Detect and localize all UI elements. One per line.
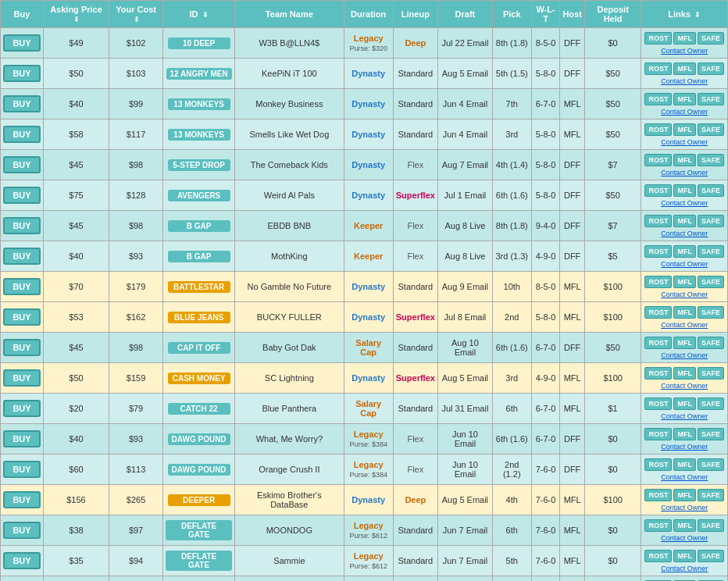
contact-owner-link[interactable]: Contact Owner xyxy=(661,382,708,390)
mfl-button[interactable]: MFL xyxy=(673,519,696,532)
contact-owner-link[interactable]: Contact Owner xyxy=(661,260,708,268)
rost-button[interactable]: ROST xyxy=(644,215,672,227)
buy-button[interactable]: BUY xyxy=(3,400,41,417)
buy-button[interactable]: BUY xyxy=(3,369,41,387)
buy-button[interactable]: BUY xyxy=(3,308,41,326)
mfl-button[interactable]: MFL xyxy=(673,276,696,288)
mfl-button[interactable]: MFL xyxy=(673,32,696,45)
buy-button[interactable]: BUY xyxy=(3,65,41,82)
col-deposit[interactable]: Deposit Held xyxy=(584,1,641,28)
rost-button[interactable]: ROST xyxy=(644,184,672,197)
mfl-button[interactable]: MFL xyxy=(673,93,696,105)
safe-button[interactable]: SAFE xyxy=(698,276,724,288)
mfl-button[interactable]: MFL xyxy=(673,123,696,136)
col-asking-price[interactable]: Asking Price ⬇ xyxy=(44,1,109,28)
mfl-button[interactable]: MFL xyxy=(673,215,696,227)
buy-button[interactable]: BUY xyxy=(3,430,41,447)
safe-button[interactable]: SAFE xyxy=(698,550,724,562)
contact-owner-link[interactable]: Contact Owner xyxy=(661,199,708,207)
rost-button[interactable]: ROST xyxy=(644,489,672,501)
contact-owner-link[interactable]: Contact Owner xyxy=(661,77,708,85)
contact-owner-link[interactable]: Contact Owner xyxy=(661,565,708,572)
contact-owner-link[interactable]: Contact Owner xyxy=(661,230,708,237)
mfl-button[interactable]: MFL xyxy=(673,550,696,562)
rost-button[interactable]: ROST xyxy=(644,123,672,136)
col-pick[interactable]: Pick xyxy=(492,1,531,28)
rost-button[interactable]: ROST xyxy=(644,367,672,380)
safe-button[interactable]: SAFE xyxy=(698,428,724,440)
buy-button[interactable]: BUY xyxy=(3,156,41,173)
safe-button[interactable]: SAFE xyxy=(698,458,724,471)
col-buy[interactable]: Buy xyxy=(1,1,44,28)
safe-button[interactable]: SAFE xyxy=(698,306,724,319)
rost-button[interactable]: ROST xyxy=(644,276,672,288)
rost-button[interactable]: ROST xyxy=(644,428,672,440)
buy-button[interactable]: BUY xyxy=(3,278,41,295)
col-id[interactable]: ID ⬇ xyxy=(163,1,235,28)
contact-owner-link[interactable]: Contact Owner xyxy=(661,443,708,451)
col-draft[interactable]: Draft xyxy=(437,1,492,28)
safe-button[interactable]: SAFE xyxy=(698,397,724,410)
safe-button[interactable]: SAFE xyxy=(698,184,724,197)
safe-button[interactable]: SAFE xyxy=(698,215,724,227)
col-lineup[interactable]: Lineup xyxy=(393,1,437,28)
safe-button[interactable]: SAFE xyxy=(698,519,724,532)
mfl-button[interactable]: MFL xyxy=(673,397,696,410)
mfl-button[interactable]: MFL xyxy=(673,245,696,258)
rost-button[interactable]: ROST xyxy=(644,32,672,45)
buy-button[interactable]: BUY xyxy=(3,217,41,234)
contact-owner-link[interactable]: Contact Owner xyxy=(661,351,708,359)
mfl-button[interactable]: MFL xyxy=(673,337,696,349)
mfl-button[interactable]: MFL xyxy=(673,489,696,501)
buy-button[interactable]: BUY xyxy=(3,552,41,569)
buy-button[interactable]: BUY xyxy=(3,522,41,539)
safe-button[interactable]: SAFE xyxy=(698,93,724,105)
safe-button[interactable]: SAFE xyxy=(698,62,724,75)
contact-owner-link[interactable]: Contact Owner xyxy=(661,412,708,420)
contact-owner-link[interactable]: Contact Owner xyxy=(661,504,708,511)
buy-button[interactable]: BUY xyxy=(3,126,41,143)
buy-button[interactable]: BUY xyxy=(3,491,41,508)
contact-owner-link[interactable]: Contact Owner xyxy=(661,108,708,116)
buy-button[interactable]: BUY xyxy=(3,339,41,356)
rost-button[interactable]: ROST xyxy=(644,519,672,532)
rost-button[interactable]: ROST xyxy=(644,337,672,349)
rost-button[interactable]: ROST xyxy=(644,550,672,562)
contact-owner-link[interactable]: Contact Owner xyxy=(661,47,708,55)
contact-owner-link[interactable]: Contact Owner xyxy=(661,534,708,542)
mfl-button[interactable]: MFL xyxy=(673,62,696,75)
contact-owner-link[interactable]: Contact Owner xyxy=(661,321,708,329)
rost-button[interactable]: ROST xyxy=(644,397,672,410)
col-host[interactable]: Host xyxy=(560,1,584,28)
safe-button[interactable]: SAFE xyxy=(698,123,724,136)
buy-button[interactable]: BUY xyxy=(3,248,41,265)
safe-button[interactable]: SAFE xyxy=(698,32,724,45)
contact-owner-link[interactable]: Contact Owner xyxy=(661,138,708,146)
col-wlt[interactable]: W-L-T xyxy=(531,1,560,28)
mfl-button[interactable]: MFL xyxy=(673,428,696,440)
safe-button[interactable]: SAFE xyxy=(698,337,724,349)
col-links[interactable]: Links ⬇ xyxy=(641,1,728,28)
contact-owner-link[interactable]: Contact Owner xyxy=(661,473,708,481)
rost-button[interactable]: ROST xyxy=(644,245,672,258)
buy-button[interactable]: BUY xyxy=(3,187,41,204)
rost-button[interactable]: ROST xyxy=(644,458,672,471)
safe-button[interactable]: SAFE xyxy=(698,367,724,380)
col-your-cost[interactable]: Your Cost ⬇ xyxy=(109,1,162,28)
contact-owner-link[interactable]: Contact Owner xyxy=(661,290,708,298)
mfl-button[interactable]: MFL xyxy=(673,154,696,166)
safe-button[interactable]: SAFE xyxy=(698,245,724,258)
mfl-button[interactable]: MFL xyxy=(673,458,696,471)
rost-button[interactable]: ROST xyxy=(644,154,672,166)
rost-button[interactable]: ROST xyxy=(644,306,672,319)
rost-button[interactable]: ROST xyxy=(644,62,672,75)
mfl-button[interactable]: MFL xyxy=(673,367,696,380)
buy-button[interactable]: BUY xyxy=(3,95,41,112)
safe-button[interactable]: SAFE xyxy=(698,154,724,166)
contact-owner-link[interactable]: Contact Owner xyxy=(661,169,708,176)
rost-button[interactable]: ROST xyxy=(644,93,672,105)
mfl-button[interactable]: MFL xyxy=(673,306,696,319)
mfl-button[interactable]: MFL xyxy=(673,184,696,197)
safe-button[interactable]: SAFE xyxy=(698,489,724,501)
col-duration[interactable]: Duration xyxy=(344,1,393,28)
